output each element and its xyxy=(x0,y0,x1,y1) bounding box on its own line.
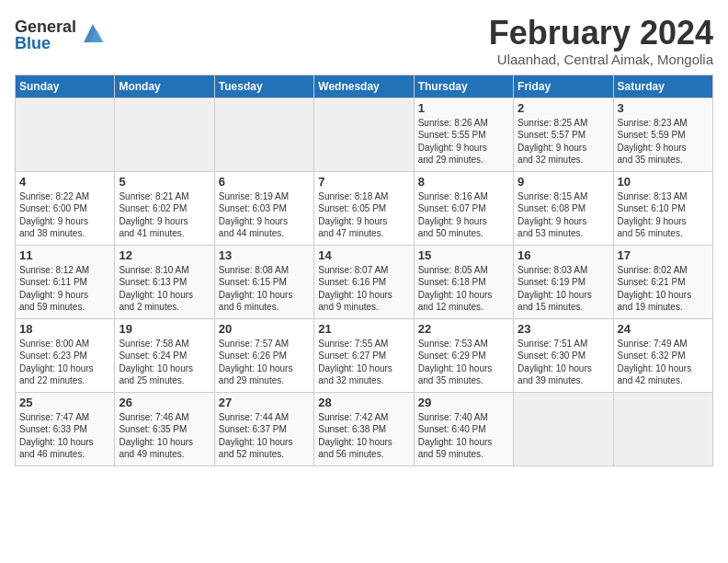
day-info: Sunrise: 7:57 AM Sunset: 6:26 PM Dayligh… xyxy=(219,338,310,387)
weekday-header-wednesday: Wednesday xyxy=(314,75,414,98)
day-number: 23 xyxy=(518,322,609,336)
calendar-cell: 7Sunrise: 8:18 AM Sunset: 6:05 PM Daylig… xyxy=(314,171,414,245)
day-info: Sunrise: 8:26 AM Sunset: 5:55 PM Dayligh… xyxy=(418,117,509,167)
day-number: 28 xyxy=(318,396,409,409)
location-subtitle: Ulaanhad, Central Aimak, Mongolia xyxy=(489,52,713,67)
day-number: 6 xyxy=(219,175,310,189)
day-info: Sunrise: 8:13 AM Sunset: 6:10 PM Dayligh… xyxy=(618,190,709,240)
calendar-cell xyxy=(514,392,613,465)
calendar-cell: 28Sunrise: 7:42 AM Sunset: 6:38 PM Dayli… xyxy=(314,392,414,465)
day-number: 22 xyxy=(418,322,509,336)
calendar-body: 1Sunrise: 8:26 AM Sunset: 5:55 PM Daylig… xyxy=(16,98,713,465)
day-info: Sunrise: 8:15 AM Sunset: 6:08 PM Dayligh… xyxy=(518,190,609,240)
day-info: Sunrise: 8:10 AM Sunset: 6:13 PM Dayligh… xyxy=(119,264,210,314)
day-number: 29 xyxy=(418,396,509,409)
weekday-header-saturday: Saturday xyxy=(613,75,712,98)
day-info: Sunrise: 8:05 AM Sunset: 6:18 PM Dayligh… xyxy=(418,264,509,314)
calendar-week-row: 1Sunrise: 8:26 AM Sunset: 5:55 PM Daylig… xyxy=(16,98,713,171)
calendar-week-row: 18Sunrise: 8:00 AM Sunset: 6:23 PM Dayli… xyxy=(16,318,713,392)
day-info: Sunrise: 7:44 AM Sunset: 6:37 PM Dayligh… xyxy=(219,411,310,461)
day-number: 17 xyxy=(618,248,709,262)
day-number: 4 xyxy=(19,175,110,189)
page-header: General Blue February 2024 Ulaanhad, Cen… xyxy=(15,15,713,67)
day-number: 16 xyxy=(518,248,609,262)
day-info: Sunrise: 8:21 AM Sunset: 6:02 PM Dayligh… xyxy=(119,190,210,240)
day-info: Sunrise: 8:12 AM Sunset: 6:11 PM Dayligh… xyxy=(19,264,110,314)
day-number: 13 xyxy=(219,248,310,262)
calendar-cell xyxy=(314,98,414,171)
day-number: 24 xyxy=(618,322,709,336)
weekday-header-monday: Monday xyxy=(115,75,214,98)
calendar-week-row: 11Sunrise: 8:12 AM Sunset: 6:11 PM Dayli… xyxy=(16,245,713,318)
day-number: 12 xyxy=(119,248,210,262)
logo-blue: Blue xyxy=(15,35,76,52)
calendar-cell xyxy=(16,98,115,171)
day-info: Sunrise: 8:23 AM Sunset: 5:59 PM Dayligh… xyxy=(618,117,709,167)
day-info: Sunrise: 7:40 AM Sunset: 6:40 PM Dayligh… xyxy=(418,411,509,461)
calendar-cell: 9Sunrise: 8:15 AM Sunset: 6:08 PM Daylig… xyxy=(514,171,613,245)
calendar-cell: 20Sunrise: 7:57 AM Sunset: 6:26 PM Dayli… xyxy=(214,318,313,392)
day-number: 5 xyxy=(119,175,210,189)
weekday-header-row: SundayMondayTuesdayWednesdayThursdayFrid… xyxy=(16,75,713,98)
calendar-cell: 18Sunrise: 8:00 AM Sunset: 6:23 PM Dayli… xyxy=(16,318,115,392)
day-info: Sunrise: 7:55 AM Sunset: 6:27 PM Dayligh… xyxy=(318,338,409,387)
calendar-cell: 25Sunrise: 7:47 AM Sunset: 6:33 PM Dayli… xyxy=(16,392,115,465)
calendar-cell: 21Sunrise: 7:55 AM Sunset: 6:27 PM Dayli… xyxy=(314,318,414,392)
day-number: 19 xyxy=(119,322,210,336)
logo-icon xyxy=(80,20,106,46)
calendar-header: SundayMondayTuesdayWednesdayThursdayFrid… xyxy=(16,75,713,98)
calendar-cell: 2Sunrise: 8:25 AM Sunset: 5:57 PM Daylig… xyxy=(514,98,613,171)
calendar-cell xyxy=(115,98,214,171)
calendar-cell: 22Sunrise: 7:53 AM Sunset: 6:29 PM Dayli… xyxy=(414,318,513,392)
day-info: Sunrise: 8:18 AM Sunset: 6:05 PM Dayligh… xyxy=(318,190,409,240)
day-info: Sunrise: 8:00 AM Sunset: 6:23 PM Dayligh… xyxy=(19,338,110,387)
calendar-week-row: 25Sunrise: 7:47 AM Sunset: 6:33 PM Dayli… xyxy=(16,392,713,465)
calendar-cell: 23Sunrise: 7:51 AM Sunset: 6:30 PM Dayli… xyxy=(514,318,613,392)
day-info: Sunrise: 7:42 AM Sunset: 6:38 PM Dayligh… xyxy=(318,411,409,461)
calendar-cell: 17Sunrise: 8:02 AM Sunset: 6:21 PM Dayli… xyxy=(613,245,712,318)
day-number: 25 xyxy=(19,396,110,409)
day-info: Sunrise: 8:02 AM Sunset: 6:21 PM Dayligh… xyxy=(618,264,709,314)
calendar-week-row: 4Sunrise: 8:22 AM Sunset: 6:00 PM Daylig… xyxy=(16,171,713,245)
calendar-cell: 29Sunrise: 7:40 AM Sunset: 6:40 PM Dayli… xyxy=(414,392,513,465)
logo-text: General Blue xyxy=(15,18,76,52)
calendar-cell: 5Sunrise: 8:21 AM Sunset: 6:02 PM Daylig… xyxy=(115,171,214,245)
calendar-cell: 26Sunrise: 7:46 AM Sunset: 6:35 PM Dayli… xyxy=(115,392,214,465)
day-number: 11 xyxy=(19,248,110,262)
day-info: Sunrise: 7:58 AM Sunset: 6:24 PM Dayligh… xyxy=(119,338,210,387)
day-number: 3 xyxy=(618,101,709,115)
day-number: 8 xyxy=(418,175,509,189)
calendar-cell: 15Sunrise: 8:05 AM Sunset: 6:18 PM Dayli… xyxy=(414,245,513,318)
day-info: Sunrise: 7:51 AM Sunset: 6:30 PM Dayligh… xyxy=(518,338,609,387)
day-info: Sunrise: 8:25 AM Sunset: 5:57 PM Dayligh… xyxy=(518,117,609,167)
day-number: 9 xyxy=(518,175,609,189)
day-info: Sunrise: 8:19 AM Sunset: 6:03 PM Dayligh… xyxy=(219,190,310,240)
day-number: 2 xyxy=(518,101,609,115)
logo-general: General xyxy=(15,18,76,35)
day-number: 14 xyxy=(318,248,409,262)
day-number: 1 xyxy=(418,101,509,115)
calendar-cell: 24Sunrise: 7:49 AM Sunset: 6:32 PM Dayli… xyxy=(613,318,712,392)
day-number: 15 xyxy=(418,248,509,262)
calendar-cell xyxy=(214,98,313,171)
calendar-cell: 11Sunrise: 8:12 AM Sunset: 6:11 PM Dayli… xyxy=(16,245,115,318)
day-number: 26 xyxy=(119,396,210,409)
weekday-header-friday: Friday xyxy=(514,75,613,98)
calendar-cell: 14Sunrise: 8:07 AM Sunset: 6:16 PM Dayli… xyxy=(314,245,414,318)
weekday-header-thursday: Thursday xyxy=(414,75,513,98)
day-number: 21 xyxy=(318,322,409,336)
day-number: 10 xyxy=(618,175,709,189)
day-info: Sunrise: 7:47 AM Sunset: 6:33 PM Dayligh… xyxy=(19,411,110,461)
day-info: Sunrise: 8:16 AM Sunset: 6:07 PM Dayligh… xyxy=(418,190,509,240)
calendar-cell: 8Sunrise: 8:16 AM Sunset: 6:07 PM Daylig… xyxy=(414,171,513,245)
weekday-header-sunday: Sunday xyxy=(16,75,115,98)
day-number: 20 xyxy=(219,322,310,336)
day-info: Sunrise: 8:03 AM Sunset: 6:19 PM Dayligh… xyxy=(518,264,609,314)
day-number: 7 xyxy=(318,175,409,189)
calendar-cell: 13Sunrise: 8:08 AM Sunset: 6:15 PM Dayli… xyxy=(214,245,313,318)
calendar-cell: 6Sunrise: 8:19 AM Sunset: 6:03 PM Daylig… xyxy=(214,171,313,245)
day-number: 27 xyxy=(219,396,310,409)
calendar-cell: 27Sunrise: 7:44 AM Sunset: 6:37 PM Dayli… xyxy=(214,392,313,465)
month-year-title: February 2024 xyxy=(489,15,713,52)
weekday-header-tuesday: Tuesday xyxy=(214,75,313,98)
